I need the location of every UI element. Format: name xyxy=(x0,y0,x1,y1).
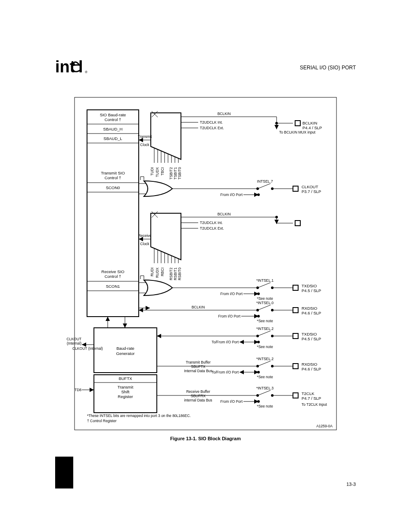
svg-rect-129 xyxy=(293,186,298,191)
control-block: SIO Baud-rate Control † SBAUD_H SBAUD_L … xyxy=(87,110,139,317)
tx-mux: Transmit Clock BCLKIN T2UDCLK Int. T2UDC… xyxy=(138,111,277,180)
svg-text:TUDI: TUDI xyxy=(150,167,154,176)
svg-text:To/From I/O Port: To/From I/O Port xyxy=(212,340,239,344)
svg-text:RSBIT0: RSBIT0 xyxy=(177,268,182,280)
footnote-dagger: † Control Register xyxy=(87,419,117,423)
svg-text:RBCI: RBCI xyxy=(160,268,165,276)
svg-text:internal Data Bus: internal Data Bus xyxy=(184,398,212,402)
svg-text:INTSEL.7: INTSEL.7 xyxy=(257,179,273,184)
svg-text:P4.6 / SLP: P4.6 / SLP xyxy=(302,311,321,315)
svg-point-188 xyxy=(257,371,260,373)
svg-text:SCON0: SCON0 xyxy=(106,185,120,190)
svg-text:Clock: Clock xyxy=(140,242,149,246)
svg-marker-187 xyxy=(240,370,244,374)
svg-text:BUFTX: BUFTX xyxy=(118,376,132,381)
svg-text:Generator: Generator xyxy=(116,351,135,356)
svg-text:SCON1: SCON1 xyxy=(106,284,120,289)
svg-text:*See note: *See note xyxy=(257,345,273,349)
pad-txdsio: *INTSEL.1 From I/O Port TXDSIO P4.5 / SL… xyxy=(221,278,321,301)
svg-text:*See note: *See note xyxy=(257,296,273,301)
svg-rect-137 xyxy=(295,221,300,226)
svg-text:T2UDCLK Int.: T2UDCLK Int. xyxy=(200,221,223,225)
svg-rect-143 xyxy=(293,285,298,290)
pad-t2clk: *INTSEL.3 From I/O Port T2CLK P4.7 / SLP… xyxy=(221,386,327,408)
svg-point-174 xyxy=(257,341,260,343)
svg-marker-101 xyxy=(146,306,150,310)
svg-text:P4.4 / SLP: P4.4 / SLP xyxy=(302,125,322,130)
svg-marker-40 xyxy=(151,113,181,159)
svg-rect-114 xyxy=(295,121,300,126)
svg-marker-117 xyxy=(274,125,279,129)
svg-text:*See note: *See note xyxy=(257,319,273,323)
svg-text:From I/O Port: From I/O Port xyxy=(218,314,241,318)
figure-caption: Figure 13-1. SIO Block Diagram xyxy=(170,436,241,441)
svg-text:Transmit SIO: Transmit SIO xyxy=(101,171,125,175)
part-number: A1259-0A xyxy=(316,424,333,428)
header-section: SERIAL I/O (SIO) PORT xyxy=(300,65,356,71)
svg-text:Control †: Control † xyxy=(105,274,121,279)
svg-rect-183 xyxy=(293,364,298,369)
svg-text:Register: Register xyxy=(118,394,133,399)
svg-text:TBCI: TBCI xyxy=(160,167,165,175)
svg-text:Clock: Clock xyxy=(140,143,149,147)
svg-line-180 xyxy=(258,361,271,366)
page-svg: int l ® SERIAL I/O (SIO) PORT SIO Baud-r… xyxy=(0,0,411,532)
svg-point-124 xyxy=(275,216,278,218)
svg-point-133 xyxy=(257,193,260,196)
clkout-internal-label: CLKOUT (Internal) xyxy=(72,346,103,351)
svg-marker-70 xyxy=(151,213,181,260)
svg-marker-105 xyxy=(157,334,161,338)
svg-text:P4.7 / SLP: P4.7 / SLP xyxy=(302,396,321,401)
svg-text:T2UDCLK Ext.: T2UDCLK Ext. xyxy=(200,126,224,130)
svg-text:TXDSIO: TXDSIO xyxy=(302,332,317,336)
svg-marker-24 xyxy=(106,317,110,321)
pad-t2clk-a: *INTSEL.2 To/From I/O Port TXDSIO P4.5 /… xyxy=(212,327,321,349)
svg-text:*See note: *See note xyxy=(257,375,273,379)
svg-text:RUDX: RUDX xyxy=(155,268,159,278)
svg-line-194 xyxy=(258,390,271,395)
svg-text:TD8: TD8 xyxy=(75,388,81,392)
svg-text:BCLKIN: BCLKIN xyxy=(218,212,231,216)
svg-text:*INTSEL.0: *INTSEL.0 xyxy=(256,301,274,305)
svg-text:Baud-rate: Baud-rate xyxy=(116,346,134,351)
svg-text:l: l xyxy=(78,58,83,76)
svg-text:Transmit: Transmit xyxy=(138,134,152,139)
svg-line-153 xyxy=(258,305,271,310)
svg-text:Receive: Receive xyxy=(138,233,152,238)
svg-text:P4.5 / SLP: P4.5 / SLP xyxy=(302,288,321,293)
svg-text:Receive SIO: Receive SIO xyxy=(101,269,124,274)
svg-text:TSBIT2: TSBIT2 xyxy=(169,167,173,180)
svg-text:To BCLKIN MUX input: To BCLKIN MUX input xyxy=(279,130,316,134)
svg-text:*INTSEL.2: *INTSEL.2 xyxy=(256,357,274,361)
svg-text:From I/O Port: From I/O Port xyxy=(221,292,243,296)
svg-text:To T2CLK Input: To T2CLK Input xyxy=(302,402,327,407)
svg-rect-169 xyxy=(293,333,298,339)
svg-text:RXDSIO: RXDSIO xyxy=(302,362,317,367)
svg-point-118 xyxy=(275,122,278,124)
svg-marker-103 xyxy=(139,308,143,312)
registered-mark: ® xyxy=(85,70,87,74)
svg-line-166 xyxy=(258,331,271,336)
svg-text:Transmit Buffer: Transmit Buffer xyxy=(186,360,211,364)
svg-line-126 xyxy=(258,184,271,189)
svg-text:Internal Data Bus: Internal Data Bus xyxy=(184,369,212,373)
svg-text:RUDI: RUDI xyxy=(150,268,154,277)
svg-text:BCLKIN: BCLKIN xyxy=(218,112,231,116)
svg-text:P4.5 / SLP: P4.5 / SLP xyxy=(302,336,321,341)
svg-marker-38 xyxy=(90,388,94,392)
svg-text:Control †: Control † xyxy=(105,175,121,180)
svg-text:*See note: *See note xyxy=(257,404,273,408)
intel-logo: int l ® xyxy=(55,58,87,76)
svg-text:T2UDCLK Ext.: T2UDCLK Ext. xyxy=(200,226,224,230)
svg-text:SBUFTX: SBUFTX xyxy=(191,364,206,369)
svg-text:SIO Baud-rate: SIO Baud-rate xyxy=(100,112,126,117)
svg-text:SBAUD_L: SBAUD_L xyxy=(103,136,122,141)
svg-text:TXDSIO: TXDSIO xyxy=(302,283,317,288)
page-marker-bar xyxy=(55,457,73,488)
svg-text:Receive Buffer: Receive Buffer xyxy=(186,389,210,394)
svg-text:Control †: Control † xyxy=(105,117,121,122)
svg-text:P4.6 / SLP: P4.6 / SLP xyxy=(302,367,321,371)
pad-bclkin-2 xyxy=(277,221,300,226)
pad-clkout: INTSEL.7 From I/O Port CLKOUT P3.7 / SLP xyxy=(221,179,321,197)
svg-text:Shift: Shift xyxy=(121,389,129,394)
